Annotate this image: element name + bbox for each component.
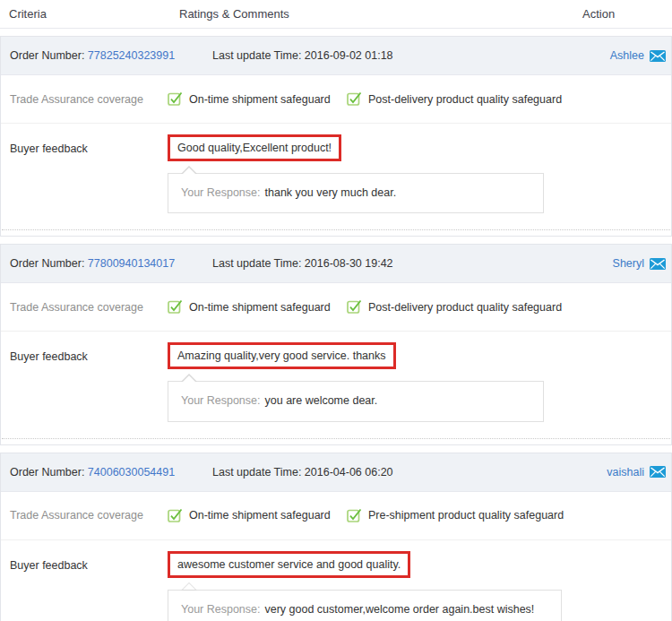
green-check-icon: [168, 91, 183, 107]
feedback-content: awesome customer service and good qualit…: [168, 551, 671, 621]
response-text: thank you very much dear.: [265, 186, 397, 199]
green-check-icon: [347, 91, 362, 107]
order-block: Order Number: 77825240323991 Last update…: [0, 36, 672, 237]
trade-assurance-label: Trade Assurance coverage: [1, 93, 168, 106]
order-number-label: Order Number:: [10, 49, 84, 62]
dotted-separator: [2, 438, 670, 444]
buyer-feedback-label: Buyer feedback: [1, 551, 168, 621]
order-number-group: Order Number: 77825240323991: [10, 49, 212, 62]
trade-assurance-label: Trade Assurance coverage: [1, 509, 168, 522]
last-update-value: 2016-09-02 01:18: [305, 49, 393, 62]
seller-response-box: Your Response:you are welcome dear.: [168, 381, 544, 421]
feedback-highlight-box: awesome customer service and good qualit…: [168, 551, 410, 578]
green-check-icon: [347, 299, 362, 315]
trade-assurance-row: Trade Assurance coverage On-time shipmen…: [1, 283, 671, 332]
order-number-group: Order Number: 77800940134017: [10, 257, 212, 270]
message-envelope-icon[interactable]: [650, 258, 666, 270]
safeguard-text: Post-delivery product quality safeguard: [368, 93, 562, 106]
trade-assurance-row: Trade Assurance coverage On-time shipmen…: [1, 492, 671, 540]
green-check-icon: [347, 508, 362, 523]
buyer-name-link[interactable]: vaishali: [607, 466, 644, 479]
buyer-feedback-label: Buyer feedback: [1, 342, 168, 437]
dotted-separator: [2, 229, 670, 236]
order-block: Order Number: 77800940134017 Last update…: [0, 244, 672, 444]
safeguard-item: Post-delivery product quality safeguard: [347, 91, 562, 107]
safeguard-item: On-time shipment safeguard: [168, 508, 347, 523]
column-header-ratings-comments: Ratings & Comments: [179, 7, 582, 21]
buyer-action-group: Sheryl: [613, 257, 666, 270]
message-envelope-icon[interactable]: [650, 50, 666, 62]
message-envelope-icon[interactable]: [650, 466, 666, 478]
buyer-feedback-label: Buyer feedback: [1, 134, 168, 229]
trade-assurance-label: Trade Assurance coverage: [1, 301, 168, 314]
trade-assurance-row: Trade Assurance coverage On-time shipmen…: [1, 75, 671, 124]
your-response-label: Your Response:: [181, 394, 261, 407]
order-number-label: Order Number:: [10, 257, 84, 270]
last-update-value: 2016-04-06 06:20: [305, 466, 393, 479]
order-header-row: Order Number: 77800940134017 Last update…: [1, 245, 671, 283]
safeguard-text: Pre-shipment product quality safeguard: [368, 509, 564, 522]
last-update-value: 2016-08-30 19:42: [305, 257, 393, 270]
column-header-action: Action: [582, 7, 663, 21]
order-header-row: Order Number: 77825240323991 Last update…: [1, 37, 671, 75]
feedback-highlight-box: Good quality,Excellent product!: [168, 134, 341, 161]
buyer-action-group: vaishali: [607, 466, 666, 479]
safeguard-item: On-time shipment safeguard: [168, 299, 347, 315]
buyer-feedback-row: Buyer feedback awesome customer service …: [1, 540, 671, 621]
buyer-feedback-row: Buyer feedback Amazing quality,very good…: [1, 332, 671, 437]
order-number-group: Order Number: 74006030054491: [10, 466, 212, 479]
order-number-link[interactable]: 74006030054491: [88, 466, 175, 479]
response-text: you are welcome dear.: [265, 394, 378, 407]
safeguard-list: On-time shipment safeguard Post-delivery…: [168, 91, 671, 107]
feedback-content: Amazing quality,very good service. thank…: [168, 342, 671, 437]
your-response-label: Your Response:: [181, 186, 261, 199]
safeguard-list: On-time shipment safeguard Post-delivery…: [168, 299, 671, 315]
green-check-icon: [168, 508, 183, 523]
safeguard-item: Pre-shipment product quality safeguard: [347, 508, 564, 523]
safeguard-list: On-time shipment safeguard Pre-shipment …: [168, 508, 671, 523]
last-update-group: Last update Time: 2016-04-06 06:20: [212, 466, 607, 479]
seller-response-box: Your Response:thank you very much dear.: [168, 173, 544, 213]
ratings-comments-panel: Criteria Ratings & Comments Action Order…: [0, 0, 672, 621]
safeguard-text: Post-delivery product quality safeguard: [368, 301, 562, 314]
your-response-label: Your Response:: [181, 603, 261, 616]
safeguard-text: On-time shipment safeguard: [189, 93, 331, 106]
buyer-name-link[interactable]: Sheryl: [613, 257, 644, 270]
order-header-row: Order Number: 74006030054491 Last update…: [1, 453, 671, 492]
safeguard-item: On-time shipment safeguard: [168, 91, 347, 107]
feedback-highlight-box: Amazing quality,very good service. thank…: [168, 342, 396, 369]
feedback-content: Good quality,Excellent product! Your Res…: [168, 134, 671, 229]
column-header-row: Criteria Ratings & Comments Action: [0, 0, 672, 29]
order-number-link[interactable]: 77825240323991: [88, 49, 175, 62]
response-text: very good customer,welcome order again.b…: [265, 603, 535, 616]
safeguard-text: On-time shipment safeguard: [189, 301, 331, 314]
green-check-icon: [168, 299, 183, 315]
order-number-label: Order Number:: [10, 466, 84, 479]
order-number-link[interactable]: 77800940134017: [88, 257, 175, 270]
seller-response-box: Your Response:very good customer,welcome…: [168, 590, 562, 621]
order-block: Order Number: 74006030054491 Last update…: [0, 453, 672, 621]
safeguard-item: Post-delivery product quality safeguard: [347, 299, 562, 315]
buyer-name-link[interactable]: Ashlee: [610, 49, 644, 62]
safeguard-text: On-time shipment safeguard: [189, 509, 331, 522]
buyer-feedback-row: Buyer feedback Good quality,Excellent pr…: [1, 124, 671, 229]
last-update-group: Last update Time: 2016-09-02 01:18: [212, 49, 610, 62]
buyer-action-group: Ashlee: [610, 49, 666, 62]
last-update-label: Last update Time:: [212, 466, 301, 479]
column-header-criteria: Criteria: [9, 7, 179, 21]
last-update-group: Last update Time: 2016-08-30 19:42: [212, 257, 613, 270]
last-update-label: Last update Time:: [212, 257, 301, 270]
last-update-label: Last update Time:: [212, 49, 301, 62]
